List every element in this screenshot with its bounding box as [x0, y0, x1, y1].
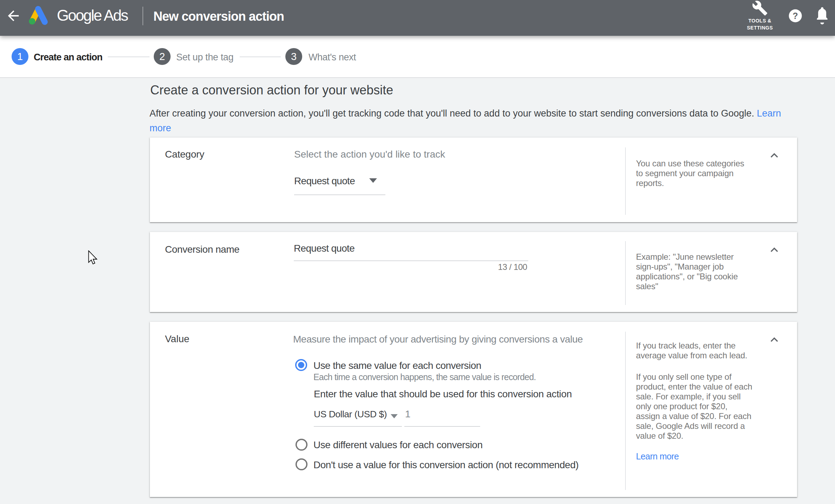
svg-text:?: ? [793, 11, 798, 21]
